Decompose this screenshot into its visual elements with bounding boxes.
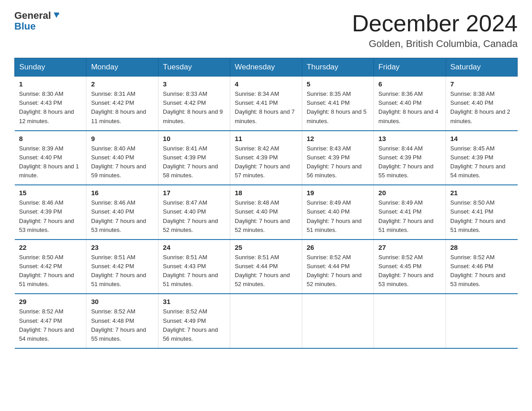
- day-number: 14: [450, 135, 513, 142]
- table-row: [446, 294, 517, 348]
- day-info: Sunrise: 8:46 AMSunset: 4:39 PMDaylight:…: [19, 198, 82, 235]
- table-row: 29 Sunrise: 8:52 AMSunset: 4:47 PMDaylig…: [15, 294, 86, 348]
- day-number: 7: [450, 80, 513, 88]
- table-row: [374, 294, 446, 348]
- day-info: Sunrise: 8:52 AMSunset: 4:49 PMDaylight:…: [163, 307, 225, 343]
- day-info: Sunrise: 8:33 AMSunset: 4:42 PMDaylight:…: [163, 90, 225, 126]
- day-info: Sunrise: 8:38 AMSunset: 4:40 PMDaylight:…: [450, 90, 513, 126]
- table-row: 15 Sunrise: 8:46 AMSunset: 4:39 PMDaylig…: [15, 185, 86, 240]
- day-info: Sunrise: 8:44 AMSunset: 4:39 PMDaylight:…: [378, 144, 441, 180]
- day-number: 4: [235, 80, 297, 88]
- table-row: 1 Sunrise: 8:30 AMSunset: 4:43 PMDayligh…: [15, 77, 86, 131]
- day-number: 10: [163, 135, 225, 142]
- day-info: Sunrise: 8:40 AMSunset: 4:40 PMDaylight:…: [91, 144, 153, 180]
- table-row: 8 Sunrise: 8:39 AMSunset: 4:40 PMDayligh…: [15, 131, 86, 185]
- table-row: 2 Sunrise: 8:31 AMSunset: 4:42 PMDayligh…: [86, 77, 158, 131]
- table-row: 25 Sunrise: 8:51 AMSunset: 4:44 PMDaylig…: [230, 240, 302, 294]
- day-number: 6: [378, 80, 441, 88]
- table-row: 5 Sunrise: 8:35 AMSunset: 4:41 PMDayligh…: [302, 77, 373, 131]
- header-friday: Friday: [374, 58, 446, 77]
- table-row: 13 Sunrise: 8:44 AMSunset: 4:39 PMDaylig…: [374, 131, 446, 185]
- day-number: 19: [307, 189, 369, 197]
- day-number: 18: [235, 189, 297, 197]
- logo-blue: Blue: [14, 21, 36, 31]
- day-info: Sunrise: 8:51 AMSunset: 4:44 PMDaylight:…: [235, 253, 297, 289]
- table-row: 12 Sunrise: 8:43 AMSunset: 4:39 PMDaylig…: [302, 131, 373, 185]
- day-info: Sunrise: 8:46 AMSunset: 4:40 PMDaylight:…: [91, 198, 153, 235]
- day-number: 16: [91, 189, 153, 197]
- table-row: 20 Sunrise: 8:49 AMSunset: 4:41 PMDaylig…: [374, 185, 446, 240]
- day-number: 11: [235, 135, 297, 142]
- table-row: 30 Sunrise: 8:52 AMSunset: 4:48 PMDaylig…: [86, 294, 158, 348]
- table-row: 6 Sunrise: 8:36 AMSunset: 4:40 PMDayligh…: [374, 77, 446, 131]
- day-number: 9: [91, 135, 153, 142]
- day-number: 20: [378, 189, 441, 197]
- header-saturday: Saturday: [446, 58, 517, 77]
- day-info: Sunrise: 8:50 AMSunset: 4:41 PMDaylight:…: [450, 198, 513, 235]
- header-monday: Monday: [86, 58, 158, 77]
- day-number: 26: [307, 244, 369, 251]
- table-row: [302, 294, 373, 348]
- day-info: Sunrise: 8:43 AMSunset: 4:39 PMDaylight:…: [307, 144, 369, 180]
- table-row: 3 Sunrise: 8:33 AMSunset: 4:42 PMDayligh…: [158, 77, 230, 131]
- calendar-week-4: 22 Sunrise: 8:50 AMSunset: 4:42 PMDaylig…: [15, 240, 518, 294]
- table-row: 19 Sunrise: 8:49 AMSunset: 4:40 PMDaylig…: [302, 185, 373, 240]
- day-info: Sunrise: 8:39 AMSunset: 4:40 PMDaylight:…: [19, 144, 82, 180]
- day-info: Sunrise: 8:51 AMSunset: 4:43 PMDaylight:…: [163, 253, 225, 289]
- day-info: Sunrise: 8:47 AMSunset: 4:40 PMDaylight:…: [163, 198, 225, 235]
- calendar-week-5: 29 Sunrise: 8:52 AMSunset: 4:47 PMDaylig…: [15, 294, 518, 348]
- day-info: Sunrise: 8:52 AMSunset: 4:46 PMDaylight:…: [450, 253, 513, 289]
- day-number: 5: [307, 80, 369, 88]
- day-number: 27: [378, 244, 441, 251]
- table-row: 10 Sunrise: 8:41 AMSunset: 4:39 PMDaylig…: [158, 131, 230, 185]
- day-info: Sunrise: 8:49 AMSunset: 4:40 PMDaylight:…: [307, 198, 369, 235]
- day-number: 8: [19, 135, 82, 142]
- table-row: 17 Sunrise: 8:47 AMSunset: 4:40 PMDaylig…: [158, 185, 230, 240]
- day-number: 29: [19, 298, 82, 305]
- table-row: 21 Sunrise: 8:50 AMSunset: 4:41 PMDaylig…: [446, 185, 517, 240]
- day-number: 12: [307, 135, 369, 142]
- table-row: 31 Sunrise: 8:52 AMSunset: 4:49 PMDaylig…: [158, 294, 230, 348]
- table-row: 18 Sunrise: 8:48 AMSunset: 4:40 PMDaylig…: [230, 185, 302, 240]
- day-number: 17: [163, 189, 225, 197]
- day-number: 25: [235, 244, 297, 251]
- table-row: 16 Sunrise: 8:46 AMSunset: 4:40 PMDaylig…: [86, 185, 158, 240]
- table-row: 28 Sunrise: 8:52 AMSunset: 4:46 PMDaylig…: [446, 240, 517, 294]
- day-number: 28: [450, 244, 513, 251]
- day-info: Sunrise: 8:30 AMSunset: 4:43 PMDaylight:…: [19, 90, 82, 126]
- calendar-week-2: 8 Sunrise: 8:39 AMSunset: 4:40 PMDayligh…: [15, 131, 518, 185]
- day-info: Sunrise: 8:36 AMSunset: 4:40 PMDaylight:…: [378, 90, 441, 126]
- calendar-week-1: 1 Sunrise: 8:30 AMSunset: 4:43 PMDayligh…: [15, 77, 518, 131]
- logo-arrow-icon: [52, 11, 61, 20]
- table-row: 23 Sunrise: 8:51 AMSunset: 4:42 PMDaylig…: [86, 240, 158, 294]
- calendar-week-3: 15 Sunrise: 8:46 AMSunset: 4:39 PMDaylig…: [15, 185, 518, 240]
- header-wednesday: Wednesday: [230, 58, 302, 77]
- day-info: Sunrise: 8:41 AMSunset: 4:39 PMDaylight:…: [163, 144, 225, 180]
- title-section: December 2024 Golden, British Columbia, …: [352, 11, 518, 50]
- table-row: 14 Sunrise: 8:45 AMSunset: 4:39 PMDaylig…: [446, 131, 517, 185]
- table-row: 11 Sunrise: 8:42 AMSunset: 4:39 PMDaylig…: [230, 131, 302, 185]
- day-info: Sunrise: 8:52 AMSunset: 4:45 PMDaylight:…: [378, 253, 441, 289]
- day-info: Sunrise: 8:50 AMSunset: 4:42 PMDaylight:…: [19, 253, 82, 289]
- day-number: 21: [450, 189, 513, 197]
- header-sunday: Sunday: [15, 58, 86, 77]
- day-number: 30: [91, 298, 153, 305]
- day-number: 2: [91, 80, 153, 88]
- day-info: Sunrise: 8:52 AMSunset: 4:47 PMDaylight:…: [19, 307, 82, 343]
- day-info: Sunrise: 8:45 AMSunset: 4:39 PMDaylight:…: [450, 144, 513, 180]
- header-thursday: Thursday: [302, 58, 373, 77]
- table-row: 4 Sunrise: 8:34 AMSunset: 4:41 PMDayligh…: [230, 77, 302, 131]
- table-row: 22 Sunrise: 8:50 AMSunset: 4:42 PMDaylig…: [15, 240, 86, 294]
- day-info: Sunrise: 8:49 AMSunset: 4:41 PMDaylight:…: [378, 198, 441, 235]
- day-info: Sunrise: 8:48 AMSunset: 4:40 PMDaylight:…: [235, 198, 297, 235]
- location: Golden, British Columbia, Canada: [352, 38, 518, 50]
- header-tuesday: Tuesday: [158, 58, 230, 77]
- calendar-table: Sunday Monday Tuesday Wednesday Thursday…: [14, 58, 518, 349]
- day-number: 1: [19, 80, 82, 88]
- page-header: General Blue December 2024 Golden, Briti…: [14, 11, 518, 50]
- day-number: 15: [19, 189, 82, 197]
- day-info: Sunrise: 8:35 AMSunset: 4:41 PMDaylight:…: [307, 90, 369, 126]
- table-row: 24 Sunrise: 8:51 AMSunset: 4:43 PMDaylig…: [158, 240, 230, 294]
- table-row: 7 Sunrise: 8:38 AMSunset: 4:40 PMDayligh…: [446, 77, 517, 131]
- month-title: December 2024: [352, 11, 518, 36]
